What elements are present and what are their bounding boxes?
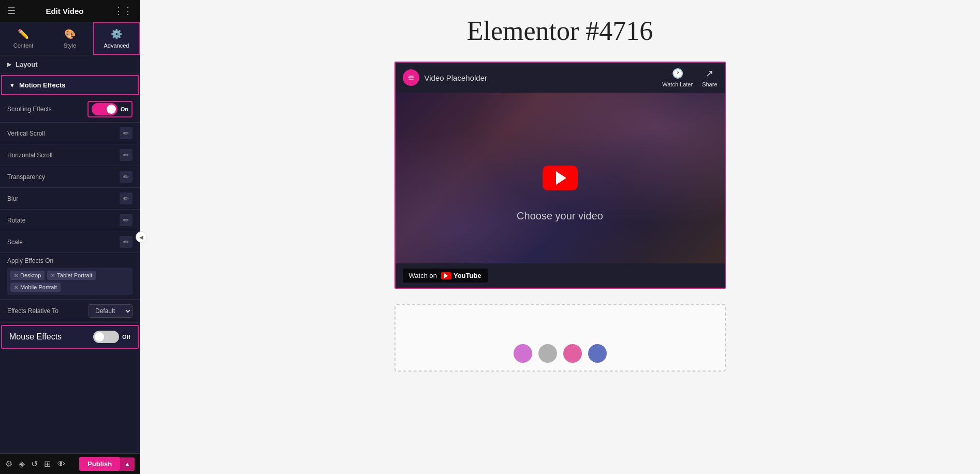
responsive-icon[interactable]: ⊞ <box>44 459 51 469</box>
scale-row: Scale ✏ <box>0 231 140 253</box>
mouse-effects-slider <box>93 331 119 343</box>
share-icon: ↗ <box>706 68 713 79</box>
tab-content[interactable]: ✏️ Content <box>0 22 47 55</box>
circle-gray <box>538 344 557 363</box>
mouse-effects-toggle[interactable] <box>93 331 119 343</box>
preview-icon[interactable]: 👁 <box>57 460 65 469</box>
video-top-right: 🕐 Watch Later ↗ Share <box>662 68 717 87</box>
rotate-edit-btn[interactable]: ✏ <box>120 214 133 226</box>
youtube-icon <box>441 272 451 279</box>
video-top-bar: Video Placeholder 🕐 Watch Later ↗ Share <box>396 63 725 93</box>
video-container[interactable]: Video Placeholder 🕐 Watch Later ↗ Share … <box>394 62 726 289</box>
watch-later-btn[interactable]: 🕐 Watch Later <box>662 68 693 87</box>
circle-blue <box>588 344 607 363</box>
hamburger-icon[interactable]: ☰ <box>7 5 16 17</box>
blur-row: Blur ✏ <box>0 188 140 210</box>
tag-tablet-portrait[interactable]: ✕ Tablet Portrait <box>47 271 96 280</box>
scrolling-effects-toggle-wrap: On <box>87 101 133 117</box>
tab-style[interactable]: 🎨 Style <box>47 22 93 55</box>
panel-title: Edit Video <box>46 7 83 16</box>
video-top-left: Video Placeholder <box>403 69 487 86</box>
video-bottom-bar: Watch on YouTube <box>396 263 725 288</box>
layout-section-header[interactable]: ▶ Layout <box>0 55 140 74</box>
tabs-row: ✏️ Content 🎨 Style ⚙️ Advanced <box>0 22 140 55</box>
transparency-edit-btn[interactable]: ✏ <box>120 171 133 183</box>
scrolling-effects-row: Scrolling Effects On <box>0 96 140 123</box>
scrolling-effects-toggle[interactable] <box>92 103 118 115</box>
motion-effects-arrow-icon: ▼ <box>9 82 15 88</box>
publish-area: Publish ▲ <box>79 457 135 471</box>
motion-effects-section-header[interactable]: ▼ Motion Effects <box>1 75 139 95</box>
youtube-logo: YouTube <box>441 272 481 279</box>
layers-icon[interactable]: ◈ <box>19 459 25 469</box>
youtube-badge: Watch on YouTube <box>403 269 488 283</box>
tag-x-desktop[interactable]: ✕ <box>14 273 18 278</box>
advanced-icon: ⚙️ <box>111 28 122 40</box>
horizontal-scroll-edit-btn[interactable]: ✏ <box>120 149 133 161</box>
tag-mobile-portrait[interactable]: ✕ Mobile Portrait <box>10 283 61 292</box>
circle-pink <box>563 344 582 363</box>
rotate-row: Rotate ✏ <box>0 210 140 231</box>
video-choose-text: Choose your video <box>517 210 603 222</box>
main-content: Elementor #4716 Video Placeholder 🕐 Watc… <box>140 0 980 474</box>
video-icon-circle <box>403 69 419 86</box>
tag-x-mobile[interactable]: ✕ <box>14 285 18 290</box>
style-icon: 🎨 <box>64 28 76 40</box>
vertical-scroll-edit-btn[interactable]: ✏ <box>120 127 133 139</box>
history-icon[interactable]: ↺ <box>31 459 38 469</box>
vertical-scroll-row: Vertical Scroll ✏ <box>0 123 140 144</box>
share-btn[interactable]: ↗ Share <box>702 68 717 87</box>
scale-edit-btn[interactable]: ✏ <box>120 236 133 248</box>
circle-purple <box>514 344 532 363</box>
page-title: Elementor #4716 <box>467 16 653 46</box>
settings-icon[interactable]: ⚙ <box>5 459 12 469</box>
mouse-effects-toggle-wrap: Off <box>93 331 130 343</box>
left-panel: ☰ Edit Video ⋮⋮ ✏️ Content 🎨 Style ⚙️ Ad… <box>0 0 140 474</box>
transparency-row: Transparency ✏ <box>0 166 140 188</box>
apply-effects-on-section: Apply Effects On ✕ Desktop ✕ Tablet Port… <box>0 253 140 300</box>
tag-desktop[interactable]: ✕ Desktop <box>10 271 45 280</box>
video-play-button[interactable] <box>543 166 578 190</box>
grid-icon[interactable]: ⋮⋮ <box>114 5 133 17</box>
layout-arrow-icon: ▶ <box>7 61 11 68</box>
bottom-icons: ⚙ ◈ ↺ ⊞ 👁 <box>5 459 65 469</box>
tags-container: ✕ Desktop ✕ Tablet Portrait ✕ Mobile Por… <box>7 268 133 295</box>
publish-chevron-button[interactable]: ▲ <box>120 457 135 471</box>
effects-relative-to-row: Effects Relative To Default Viewport Pag… <box>0 300 140 323</box>
bottom-bar: ⚙ ◈ ↺ ⊞ 👁 Publish ▲ <box>0 453 140 474</box>
tab-advanced[interactable]: ⚙️ Advanced <box>93 22 140 55</box>
panel-header: ☰ Edit Video ⋮⋮ <box>0 0 140 22</box>
blur-edit-btn[interactable]: ✏ <box>120 192 133 204</box>
panel-body: ▶ Layout ▼ Motion Effects Scrolling Effe… <box>0 55 140 474</box>
effects-relative-to-select[interactable]: Default Viewport Page <box>89 304 133 318</box>
tag-x-tablet[interactable]: ✕ <box>51 273 55 278</box>
mouse-effects-row: Mouse Effects Off <box>1 325 139 349</box>
video-thumbnail: Choose your video <box>396 93 725 263</box>
scrolling-effects-slider <box>92 103 118 115</box>
publish-button[interactable]: Publish <box>79 457 120 471</box>
dashed-box-circles <box>514 344 607 363</box>
panel-collapse-arrow[interactable]: ◀ <box>136 231 147 243</box>
horizontal-scroll-row: Horizontal Scroll ✏ <box>0 144 140 166</box>
content-icon: ✏️ <box>18 28 29 40</box>
clock-icon: 🕐 <box>672 68 683 79</box>
dashed-placeholder-box <box>394 304 726 372</box>
video-placeholder-text: Video Placeholder <box>425 73 487 82</box>
